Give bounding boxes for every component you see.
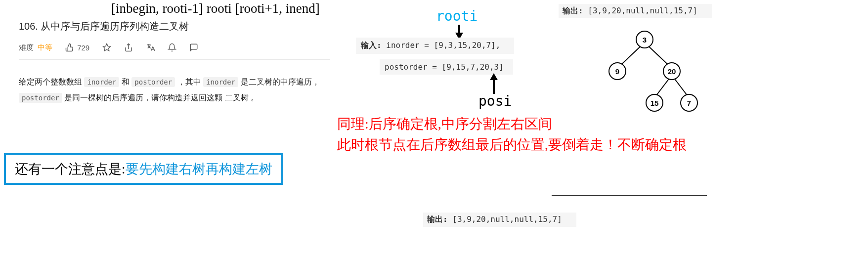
desc-text: ，其中 bbox=[175, 78, 203, 86]
translate-icon bbox=[146, 43, 155, 52]
svg-marker-0 bbox=[103, 44, 111, 51]
code-inorder2: inorder bbox=[203, 77, 238, 87]
desc-text: 和 bbox=[119, 78, 131, 86]
explain-line2: 此时根节点在后序数组最后的位置,要倒着走！不断确定根 bbox=[337, 134, 687, 155]
star-icon bbox=[102, 43, 111, 52]
divider-bottom bbox=[552, 195, 707, 196]
thumbs-up-icon bbox=[65, 43, 74, 52]
feedback-button[interactable] bbox=[189, 43, 198, 52]
code-postorder2: postorder bbox=[19, 93, 62, 103]
output-value-2: [3,9,20,null,null,15,7] bbox=[452, 215, 562, 224]
rooti-label: rooti bbox=[436, 8, 477, 24]
divider bbox=[19, 59, 330, 60]
tree-node-rr: 7 bbox=[687, 99, 691, 107]
translate-button[interactable] bbox=[146, 43, 155, 52]
code-postorder: postorder bbox=[131, 77, 175, 87]
tree-node-rl: 15 bbox=[651, 99, 659, 107]
input-postorder: postorder = [9,15,7,20,3] bbox=[385, 62, 504, 72]
problem-description: 给定两个整数数组 inorder 和 postorder ，其中 inorder… bbox=[19, 74, 335, 106]
problem-meta: 难度 中等 729 bbox=[19, 40, 198, 55]
bell-icon bbox=[168, 43, 176, 52]
like-button[interactable]: 729 bbox=[65, 43, 89, 52]
difficulty: 难度 中等 bbox=[19, 43, 52, 52]
output-label: 输出: bbox=[563, 6, 588, 15]
input-example: 输入: inorder = [9,3,15,20,7], bbox=[356, 38, 514, 54]
desc-text: 是二叉树的中序遍历， bbox=[238, 78, 319, 86]
output-label-2: 输出: bbox=[427, 215, 452, 224]
tree-node-root: 3 bbox=[643, 36, 647, 44]
feedback-icon bbox=[189, 43, 198, 52]
posi-label: posi bbox=[478, 93, 512, 109]
share-button[interactable] bbox=[124, 43, 133, 52]
difficulty-label: 难度 bbox=[19, 43, 34, 51]
binary-tree-diagram: 3 9 20 15 7 bbox=[590, 29, 699, 113]
explanation: 同理:后序确定根,中序分割左右区间 此时根节点在后序数组最后的位置,要倒着走！不… bbox=[337, 114, 687, 155]
bell-button[interactable] bbox=[168, 43, 176, 52]
tree-node-left: 9 bbox=[615, 67, 619, 76]
postorder-example: postorder = [9,15,7,20,3] bbox=[380, 59, 513, 75]
code-inorder: inorder bbox=[84, 77, 119, 87]
output-example-2: 输出: [3,9,20,null,null,15,7] bbox=[423, 213, 576, 227]
difficulty-value: 中等 bbox=[38, 43, 52, 51]
note-highlight: 要先构建右树再构建左树 bbox=[126, 162, 272, 176]
note-prefix: 还有一个注意点是: bbox=[15, 162, 126, 176]
svg-marker-3 bbox=[490, 73, 498, 80]
problem-title: 106. 从中序与后序遍历序列构造二叉树 bbox=[19, 20, 189, 33]
star-button[interactable] bbox=[102, 43, 111, 52]
desc-text: 是同一棵树的后序遍历，请你构造并返回这颗 二叉树 。 bbox=[62, 93, 259, 102]
input-label: 输入: bbox=[361, 41, 386, 50]
output-example: 输出: [3,9,20,null,null,15,7] bbox=[559, 4, 712, 18]
desc-text: 给定两个整数数组 bbox=[19, 78, 84, 86]
output-value: [3,9,20,null,null,15,7] bbox=[588, 6, 697, 15]
like-count: 729 bbox=[77, 43, 89, 52]
share-icon bbox=[124, 43, 133, 52]
arrow-up-icon bbox=[488, 73, 499, 94]
tree-node-right: 20 bbox=[668, 67, 676, 76]
explain-line1: 同理:后序确定根,中序分割左右区间 bbox=[337, 114, 687, 134]
range-formula: [inbegin, rooti-1] rooti [rooti+1, inend… bbox=[111, 1, 320, 16]
note-box: 还有一个注意点是:要先构建右树再构建左树 bbox=[4, 153, 283, 185]
input-inorder: inorder = [9,3,15,20,7], bbox=[386, 41, 500, 50]
